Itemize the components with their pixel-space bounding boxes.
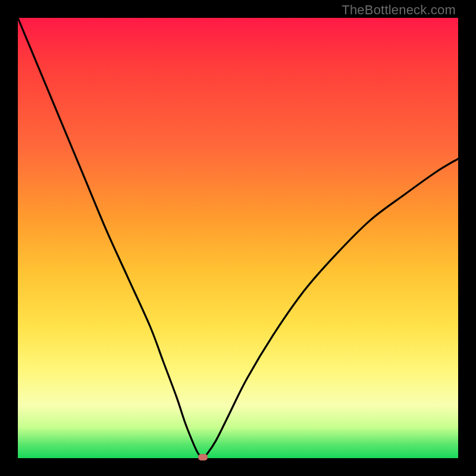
plot-area bbox=[18, 18, 458, 458]
bottleneck-curve bbox=[18, 18, 458, 458]
minimum-marker bbox=[198, 454, 208, 461]
watermark-text: TheBottleneck.com bbox=[342, 2, 456, 18]
chart-frame: TheBottleneck.com bbox=[0, 0, 476, 476]
